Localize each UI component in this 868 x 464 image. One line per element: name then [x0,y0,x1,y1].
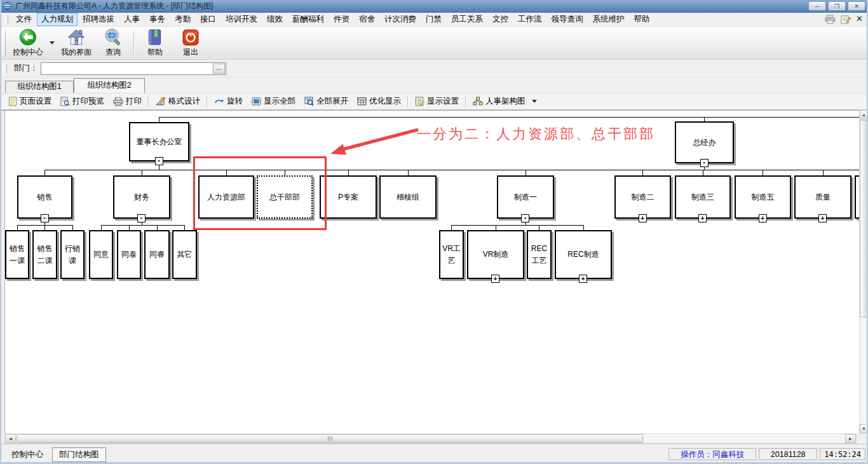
department-browse-button[interactable]: ... [213,64,225,74]
horizontal-scrollbar[interactable]: ◄ ► [4,433,857,444]
bottom-tab-dept-chart[interactable]: 部门结构图 [52,447,106,462]
connector-line [823,170,824,175]
expander-toggle[interactable]: + [491,275,499,283]
menu-bar-right-icons: ✕ [825,14,863,24]
query-button[interactable]: 查询 [95,27,131,59]
org-node-制造二[interactable]: 制造二 [614,175,671,219]
print-preview-button[interactable]: 打印预览 [56,94,109,109]
display-settings-button[interactable]: 显示设置 [410,94,463,109]
org-node-P专案[interactable]: P专案 [320,175,377,219]
control-center-button[interactable]: 控制中心 [9,27,47,59]
org-node-同睿[interactable]: 同睿 [144,230,170,279]
menu-item-1[interactable]: 人力规划 [37,13,78,26]
org-node-质量[interactable]: 质量 [794,175,851,219]
close-view-icon[interactable]: ✕ [856,14,863,24]
org-node-制造三[interactable]: 制造三 [675,175,731,219]
org-node-REC工艺[interactable]: REC工艺 [527,230,552,279]
scroll-left-button[interactable]: ◄ [5,434,16,443]
org-node-总经办[interactable]: 总经办 [675,121,734,163]
expander-toggle[interactable]: - [521,214,529,222]
org-node-销售[interactable]: 销售 [17,175,72,219]
menu-item-18[interactable]: 系统维护 [588,13,629,26]
my-interface-button[interactable]: 我的界面 [57,27,95,59]
hr-chart-dropdown-icon[interactable] [532,100,537,103]
page-setup-button[interactable]: 页面设置 [4,94,56,109]
horizontal-scroll-thumb[interactable] [17,434,643,443]
optimize-display-button[interactable]: 优化显示 [353,94,405,109]
org-node-销售二课[interactable]: 销售二课 [32,230,57,279]
expander-toggle[interactable]: + [759,214,767,222]
minimize-button[interactable]: ─ [808,1,826,11]
close-button[interactable]: ✕ [848,1,865,11]
toolbar-grip-handle[interactable] [3,31,6,56]
org-node-稽核组[interactable]: 稽核组 [379,175,437,219]
view-tab-row: 组织结构图1 组织结构图2 [0,78,868,93]
org-node-行销课[interactable]: 行销课 [60,230,85,279]
menu-item-9[interactable]: 薪酬福利 [288,13,329,26]
org-node-同意[interactable]: 同意 [89,230,113,279]
restore-button[interactable]: ❐ [828,1,846,11]
expander-toggle[interactable]: + [818,214,827,222]
org-node-其它[interactable]: 其它 [172,230,197,279]
expander-toggle[interactable]: - [700,159,709,167]
format-design-button[interactable]: 格式设计 [151,94,205,109]
show-all-button[interactable]: 显示全部 [247,94,300,109]
tab-org-chart-1[interactable]: 组织结构图1 [5,81,74,93]
org-node-董事长办公室[interactable]: 董事长办公室 [129,122,189,161]
exit-button[interactable]: 退出 [173,27,208,59]
page-icon [8,97,17,106]
menu-item-11[interactable]: 宿舍 [355,13,379,26]
scroll-right-button[interactable]: ► [845,434,856,443]
connector-line [496,225,496,230]
org-node-VR工艺[interactable]: VR工艺 [439,230,464,279]
print-button[interactable]: 打印 [109,94,146,109]
org-node-VR制造[interactable]: VR制造 [467,230,524,279]
expander-toggle[interactable]: - [155,157,163,165]
expander-toggle[interactable]: + [698,214,707,222]
org-node-财务[interactable]: 财务 [113,175,170,219]
connector-line [17,225,18,230]
connector-line [44,170,859,170]
connector-line [101,225,102,230]
menu-item-13[interactable]: 门禁 [421,13,446,26]
chevron-down-icon [50,41,55,44]
org-node-同泰[interactable]: 同泰 [117,230,141,279]
control-center-dropdown[interactable] [47,27,57,59]
menu-grip-handle[interactable] [5,15,8,24]
separator [407,96,409,107]
menu-item-12[interactable]: 计次消费 [380,13,421,26]
menu-item-8[interactable]: 绩效 [262,13,287,26]
restore-icon: ❐ [834,3,839,10]
menu-item-2[interactable]: 招聘选拔 [78,13,119,26]
menu-item-0[interactable]: 文件 [11,13,36,26]
menu-item-4[interactable]: 事务 [145,13,170,26]
menu-item-10[interactable]: 件资 [329,13,354,26]
tab-org-chart-2[interactable]: 组织结构图2 [74,78,145,93]
org-node-制造一[interactable]: 制造一 [497,175,554,219]
menu-item-7[interactable]: 培训开发 [221,13,262,26]
expander-toggle[interactable]: - [41,214,49,222]
org-node-REC制造[interactable]: REC制造 [555,230,612,279]
expander-toggle[interactable]: - [137,214,146,222]
menu-item-19[interactable]: 帮助 [630,13,654,26]
department-input[interactable] [43,64,212,74]
org-node-销售一课[interactable]: 销售一课 [5,230,29,279]
expander-toggle[interactable]: + [579,275,587,283]
menu-item-14[interactable]: 员工关系 [447,13,487,26]
hr-chart-button[interactable]: 人事架构图 [468,94,541,109]
menu-item-3[interactable]: 人事 [119,13,144,26]
org-node-制造五[interactable]: 制造五 [735,175,791,219]
menu-item-16[interactable]: 工作流 [513,13,546,26]
menu-item-5[interactable]: 考勤 [170,13,195,26]
menu-item-6[interactable]: 接口 [196,13,220,26]
menu-item-15[interactable]: 文控 [488,13,513,26]
menu-item-17[interactable]: 领导查询 [547,13,588,26]
connector-line [348,170,349,175]
expander-toggle[interactable]: + [639,214,647,222]
help-button[interactable]: 帮助 [137,27,173,59]
bottom-tab-control-center[interactable]: 控制中心 [5,448,50,461]
expand-all-button[interactable]: 全部展开 [300,94,353,109]
dept-row-grip-handle[interactable] [4,64,7,73]
edit-page-icon[interactable] [841,15,851,24]
rotate-button[interactable]: 旋转 [210,94,247,109]
